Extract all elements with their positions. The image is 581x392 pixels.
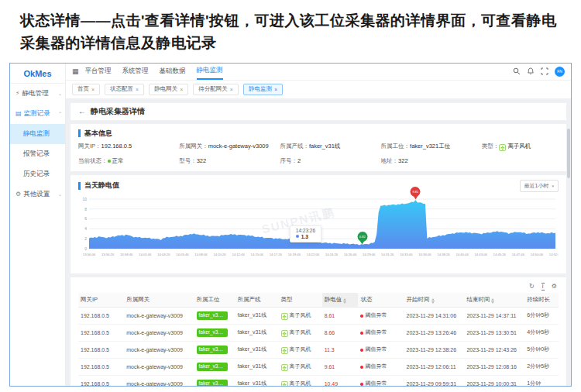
tab-label: 静电网关 [154,85,177,93]
table-row[interactable]: 192.168.0.5mock-e-gateway-v3009faker_v32… [78,307,559,324]
column-label: 所属网关 [126,296,150,303]
tab-close-icon[interactable]: × [136,87,139,92]
field-value: faker_v321工位 [410,143,450,150]
basic-info-fields: 网关IP：192.168.0.5所属网关：mock-e-gateway-v300… [78,143,559,165]
min-marker: 0.82 [357,232,367,242]
svg-text:14:50:06: 14:50:06 [531,253,544,256]
cell-line: faker_v31线 [235,307,278,324]
sort-icon[interactable] [431,298,435,304]
scrollbar-thumb[interactable] [567,129,570,178]
tab-静电网关[interactable]: 静电网关× [149,84,188,95]
time-range-select[interactable]: 最近1小时 ▾ [520,180,559,192]
sidebar-item-其他设置[interactable]: ⚙其他设置⌄ [10,184,65,205]
svg-text:14:36:06: 14:36:06 [418,253,431,256]
sidebar-item-label: 历史记录 [23,170,50,179]
column-label: 静电值 [325,296,342,303]
sidebar-item-静电监测[interactable]: 静电监测 [10,124,65,144]
field-value: 322 [197,157,207,164]
ion-fan-icon: ✣ [281,364,288,371]
cell-station: faker_v321工位 [194,324,235,341]
field-value: faker_v31线 [309,143,340,150]
sidebar-item-静电管理[interactable]: ⚡静电管理⌄ [10,84,65,104]
back-arrow-icon[interactable]: ← [78,107,86,115]
column-header-状态: 状态 [358,293,404,308]
main-area: ▦ 平台管理系统管理基础数据静电监测 FN 首页×状态配置×静电网关×待分配网关… [66,64,571,386]
table-row[interactable]: 192.168.0.5mock-e-gateway-v3009faker_v32… [78,324,559,341]
tab-close-icon[interactable]: × [274,87,277,92]
app-logo[interactable]: OkMes [10,64,65,84]
status-dot-icon [360,366,363,369]
sidebar-item-报警记录[interactable]: 报警记录 [10,144,65,164]
svg-text:14:05:46: 14:05:46 [176,253,189,256]
cell-start-time: 2023-11-29 12:38:26 [404,341,465,358]
detail-title: 静电采集器详情 [91,106,145,117]
sidebar-menu: ⚡静电管理⌄▤监测记录⌃静电监测报警记录历史记录⚙其他设置⌄ [10,84,65,205]
cell-gateway-ip: 192.168.0.5 [78,307,124,324]
settings-icon[interactable]: ⚙ [552,283,557,290]
column-label: 持续时长 [527,296,550,303]
notification-bell-icon[interactable] [527,67,535,75]
refresh-icon[interactable]: ↻ [529,283,535,290]
column-header-开始时间[interactable]: 开始时间 [404,293,465,308]
cell-duration: 2分钟5秒 [524,358,559,375]
static-records-table: 网关IP所属网关所属工位所属产线类型静电值状态开始时间结束时间持续时长 192.… [78,293,559,386]
collapse-menu-icon[interactable]: ▦ [72,67,79,75]
topnav-item-静电监测[interactable]: 静电监测 [197,64,223,80]
svg-text:14:01:06: 14:01:06 [139,253,152,256]
ion-fan-icon: ✣ [281,330,288,337]
station-tag: faker_v321工位 [197,380,228,386]
sort-icon[interactable] [491,298,494,304]
tab-close-icon[interactable]: × [91,87,95,92]
svg-text:14:31:26: 14:31:26 [381,253,394,256]
app-window: OkMes ⚡静电管理⌄▤监测记录⌃静电监测报警记录历史记录⚙其他设置⌄ ▦ 平… [9,63,572,387]
cell-gateway: mock-e-gateway-v3009 [124,324,194,341]
fullscreen-icon[interactable] [541,67,548,75]
cell-line: faker_v31线 [235,324,278,341]
tab-待分配网关[interactable]: 待分配网关× [193,84,239,95]
search-icon[interactable] [513,67,521,75]
top-bar: ▦ 平台管理系统管理基础数据静电监测 FN [66,64,571,81]
svg-text:14:45:26: 14:45:26 [493,253,507,256]
svg-text:6: 6 [84,216,87,221]
column-header-所属产线: 所属产线 [235,293,278,308]
cell-end-time: 2023-11-29 10:00:31 [464,375,524,386]
field-序号: 序号：2 [280,157,380,165]
svg-text:14:22:06: 14:22:06 [307,253,320,256]
table-row[interactable]: 192.168.0.5mock-e-gateway-v3009faker_v32… [78,375,559,386]
svg-text:14:43:06: 14:43:06 [475,253,488,256]
topnav-item-平台管理[interactable]: 平台管理 [85,64,112,80]
cell-status: 阈值异常 [358,324,404,341]
sort-icon[interactable] [343,298,346,304]
topnav-item-基础数据[interactable]: 基础数据 [160,64,186,80]
column-header-结束时间[interactable]: 结束时间 [464,293,524,308]
tab-首页[interactable]: 首页× [72,84,100,95]
column-header-静电值[interactable]: 静电值 [322,293,359,308]
chart-card: 当天静电值 最近1小时 ▾ 024681013:56:0613:56:2613:… [70,175,566,273]
svg-text:14:52:26: 14:52:26 [549,253,559,256]
cell-status: 阈值异常 [358,341,404,358]
tab-静电监测[interactable]: 静电监测× [243,84,283,95]
sidebar-item-监测记录[interactable]: ▤监测记录⌃ [10,104,65,124]
cell-status: 阈值异常 [358,375,404,386]
column-header-所属网关: 所属网关 [124,293,194,308]
cell-static-value: 8.66 [322,324,359,341]
svg-text:0: 0 [84,246,87,251]
static-value-chart[interactable]: 024681013:56:0613:56:2613:58:4614:01:061… [78,194,559,269]
tab-close-icon[interactable]: × [230,87,233,92]
user-avatar[interactable]: FN [555,67,565,77]
station-tag: faker_v321工位 [197,346,228,354]
cell-end-time: 2023-11-29 14:37:11 [464,307,524,324]
topnav-item-系统管理[interactable]: 系统管理 [122,64,149,80]
column-header-网关IP: 网关IP [78,293,124,308]
table-row[interactable]: 192.168.0.5mock-e-gateway-v3009faker_v32… [78,341,559,358]
field-所属产线: 所属产线：faker_v31线 [280,143,380,151]
column-label: 开始时间 [407,296,430,303]
column-height-icon[interactable]: I [541,283,545,291]
station-tag: faker_v321工位 [197,311,228,320]
tab-close-icon[interactable]: × [180,87,183,92]
table-row[interactable]: 192.168.0.5mock-e-gateway-v3009faker_v32… [78,358,559,375]
field-网关IP: 网关IP：192.168.0.5 [78,143,179,151]
tab-状态配置[interactable]: 状态配置× [105,84,144,95]
cell-end-time: 2023-11-29 12:08:16 [464,358,524,375]
sidebar-item-历史记录[interactable]: 历史记录 [10,164,65,184]
